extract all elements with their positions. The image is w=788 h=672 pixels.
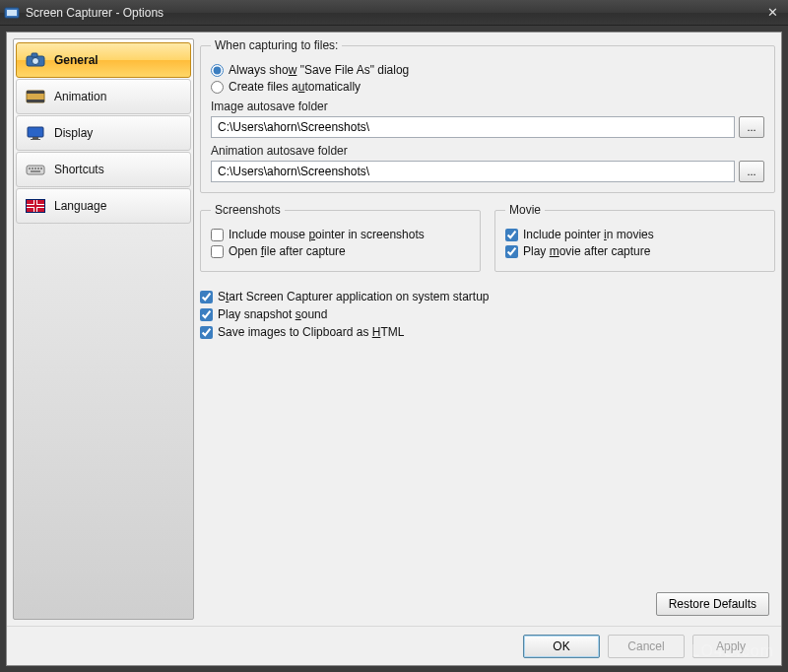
svg-rect-9	[33, 137, 38, 139]
dialog-button-bar: OK Cancel Apply	[7, 626, 781, 665]
check-snapshot-sound[interactable]: Play snapshot sound	[200, 307, 775, 321]
screenshots-group: Screenshots Include mouse pointer in scr…	[200, 203, 481, 272]
check-play-movie-after[interactable]: Play movie after capture	[505, 244, 764, 258]
radio-always-label: Always show "Save File As" dialog	[229, 63, 409, 77]
anim-folder-label: Animation autosave folder	[211, 144, 764, 158]
svg-rect-14	[34, 168, 36, 169]
svg-rect-15	[37, 168, 39, 169]
check-include-pointer-movie[interactable]: Include pointer in movies	[505, 228, 764, 241]
capture-legend: When capturing to files:	[211, 38, 342, 52]
svg-rect-4	[32, 53, 37, 57]
dialog-body: General Animation Display	[7, 33, 781, 626]
svg-rect-11	[27, 166, 44, 174]
anim-folder-browse-button[interactable]: ...	[739, 161, 764, 182]
content-panel: When capturing to files: Always show "Sa…	[200, 38, 775, 620]
camera-icon	[25, 50, 46, 70]
check-include-pointer-movie-input[interactable]	[505, 229, 518, 241]
radio-create-auto[interactable]: Create files automatically	[211, 80, 764, 94]
sidebar-item-label: Shortcuts	[54, 163, 104, 176]
svg-rect-16	[40, 168, 42, 169]
image-folder-browse-button[interactable]: ...	[739, 116, 764, 138]
restore-defaults-button[interactable]: Restore Defaults	[656, 592, 769, 616]
image-folder-label: Image autosave folder	[211, 100, 764, 113]
screenshots-legend: Screenshots	[211, 203, 285, 217]
misc-checks: Start Screen Capturer application on sys…	[200, 290, 775, 339]
options-window: Screen Capturer - Options ✕ General Anim…	[0, 0, 788, 672]
check-open-file-after[interactable]: Open file after capture	[211, 244, 470, 258]
check-clipboard-html[interactable]: Save images to Clipboard as HTML	[200, 325, 775, 339]
sidebar-item-label: Display	[54, 126, 93, 140]
radio-auto-label: Create files automatically	[229, 80, 361, 94]
movie-group: Movie Include pointer in movies Play mov…	[494, 203, 775, 272]
check-start-on-startup[interactable]: Start Screen Capturer application on sys…	[200, 290, 775, 303]
svg-rect-22	[34, 199, 36, 213]
ok-button[interactable]: OK	[523, 635, 600, 658]
flag-icon	[25, 196, 46, 216]
sidebar-item-shortcuts[interactable]: Shortcuts	[16, 152, 191, 187]
film-icon	[25, 87, 46, 106]
check-snapshot-sound-input[interactable]	[200, 308, 213, 321]
sidebar-item-label: Animation	[54, 90, 106, 103]
svg-rect-17	[31, 170, 40, 172]
anim-folder-input[interactable]	[211, 161, 735, 182]
apply-button[interactable]: Apply	[692, 635, 769, 658]
monitor-icon	[25, 123, 46, 143]
movie-legend: Movie	[505, 203, 545, 217]
capture-group: When capturing to files: Always show "Sa…	[200, 38, 775, 193]
sidebar-item-label: Language	[54, 199, 106, 213]
titlebar: Screen Capturer - Options ✕	[0, 0, 788, 26]
sidebar-item-general[interactable]: General	[16, 42, 191, 78]
app-icon	[4, 5, 20, 21]
sidebar-item-animation[interactable]: Animation	[16, 79, 191, 114]
check-play-movie-after-input[interactable]	[505, 245, 518, 258]
radio-always-save-as-input[interactable]	[211, 64, 224, 77]
cancel-button[interactable]: Cancel	[608, 635, 685, 658]
svg-rect-12	[29, 168, 31, 169]
window-title: Screen Capturer - Options	[26, 6, 760, 20]
check-include-pointer-screenshots-input[interactable]	[211, 229, 224, 241]
image-folder-input[interactable]	[211, 116, 735, 138]
dialog-frame: General Animation Display	[6, 32, 782, 666]
radio-always-save-as[interactable]: Always show "Save File As" dialog	[211, 63, 764, 77]
svg-point-3	[33, 58, 39, 65]
radio-create-auto-input[interactable]	[211, 81, 224, 94]
sidebar-item-label: General	[54, 53, 98, 67]
svg-rect-6	[27, 91, 44, 94]
svg-rect-13	[32, 168, 33, 169]
sidebar-item-display[interactable]: Display	[16, 115, 191, 151]
check-clipboard-html-input[interactable]	[200, 326, 213, 339]
svg-rect-1	[7, 10, 17, 16]
keyboard-icon	[25, 160, 46, 179]
svg-rect-8	[28, 127, 43, 137]
sidebar: General Animation Display	[13, 38, 194, 620]
check-open-file-after-input[interactable]	[211, 245, 224, 258]
svg-rect-7	[27, 100, 44, 102]
svg-rect-10	[31, 139, 40, 140]
close-button[interactable]: ✕	[760, 4, 784, 22]
check-include-pointer-screenshots[interactable]: Include mouse pointer in screenshots	[211, 228, 470, 241]
check-start-on-startup-input[interactable]	[200, 291, 213, 303]
sidebar-item-language[interactable]: Language	[16, 188, 191, 224]
